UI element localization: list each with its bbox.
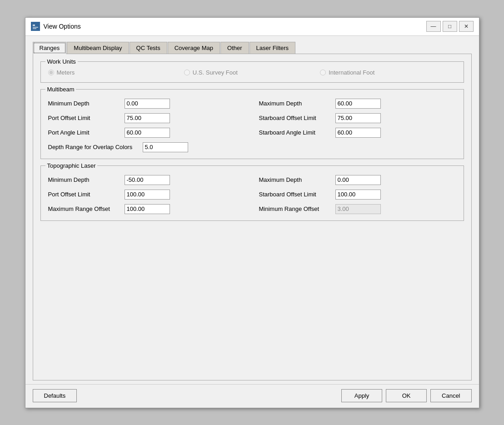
multibeam-port-angle-input[interactable] xyxy=(125,128,170,138)
multibeam-min-depth-input[interactable] xyxy=(125,99,170,109)
tab-laser-filters[interactable]: Laser Filters xyxy=(250,42,296,54)
multibeam-port-angle-row: Port Angle Limit xyxy=(48,128,245,138)
multibeam-starboard-angle-input[interactable] xyxy=(335,128,381,138)
radio-us-survey-foot-label: U.S. Survey Foot xyxy=(193,69,238,76)
multibeam-starboard-offset-input[interactable] xyxy=(335,113,381,123)
minimize-button[interactable]: — xyxy=(426,21,441,32)
topo-port-offset-label: Port Offset Limit xyxy=(48,191,121,198)
work-units-row: Meters U.S. Survey Foot International Fo… xyxy=(48,66,456,76)
multibeam-min-depth-label: Minimum Depth xyxy=(48,100,121,107)
multibeam-max-depth-label: Maximum Depth xyxy=(259,100,332,107)
topo-min-depth-label: Minimum Depth xyxy=(48,176,121,183)
bottom-bar-right: Apply OK Cancel xyxy=(341,389,471,402)
topo-starboard-offset-input[interactable] xyxy=(335,190,381,200)
multibeam-max-depth-input[interactable] xyxy=(335,99,381,109)
topo-max-depth-input[interactable] xyxy=(335,175,381,185)
topo-min-depth-row: Minimum Depth xyxy=(48,175,245,185)
radio-meters-input[interactable] xyxy=(48,70,54,75)
topo-min-range-label: Minimum Range Offset xyxy=(259,205,332,212)
topo-max-depth-label: Maximum Depth xyxy=(259,176,332,183)
window-controls: — □ ✕ xyxy=(426,21,474,32)
tab-multibeam-display[interactable]: Multibeam Display xyxy=(67,42,129,54)
defaults-button[interactable]: Defaults xyxy=(33,389,77,402)
multibeam-starboard-offset-row: Starboard Offset Limit xyxy=(259,113,456,123)
multibeam-depth-range-input[interactable] xyxy=(143,142,188,152)
tab-ranges[interactable]: Ranges xyxy=(33,42,67,54)
topographic-laser-legend: Topographic Laser xyxy=(45,162,98,169)
multibeam-port-offset-label: Port Offset Limit xyxy=(48,115,121,121)
window-title: View Options xyxy=(44,23,81,30)
topo-port-offset-row: Port Offset Limit xyxy=(48,190,245,200)
tab-other[interactable]: Other xyxy=(220,42,249,54)
main-window: View Options — □ ✕ Ranges Multibeam Disp… xyxy=(25,17,479,408)
title-bar: View Options — □ ✕ xyxy=(25,18,479,36)
multibeam-starboard-angle-label: Starboard Angle Limit xyxy=(259,129,332,136)
cancel-button[interactable]: Cancel xyxy=(430,389,471,402)
tab-coverage-map[interactable]: Coverage Map xyxy=(168,42,220,54)
multibeam-starboard-angle-row: Starboard Angle Limit xyxy=(259,128,456,138)
topo-min-range-row: Minimum Range Offset xyxy=(259,204,456,214)
multibeam-port-offset-row: Port Offset Limit xyxy=(48,113,245,123)
tab-qc-tests[interactable]: QC Tests xyxy=(130,42,167,54)
radio-us-survey-foot: U.S. Survey Foot xyxy=(184,69,320,76)
multibeam-empty-cell xyxy=(259,142,456,152)
multibeam-depth-range-label: Depth Range for Overlap Colors xyxy=(48,144,139,150)
maximize-button[interactable]: □ xyxy=(443,21,457,32)
topo-min-range-input[interactable] xyxy=(335,204,381,214)
svg-rect-3 xyxy=(33,28,36,29)
bottom-bar: Defaults Apply OK Cancel xyxy=(25,384,479,408)
tab-content-ranges: Work Units Meters U.S. Survey Foot Inter… xyxy=(33,54,472,380)
svg-rect-1 xyxy=(33,25,35,26)
multibeam-starboard-offset-label: Starboard Offset Limit xyxy=(259,115,332,121)
app-icon xyxy=(31,22,40,31)
topo-max-range-row: Maximum Range Offset xyxy=(48,204,245,214)
apply-button[interactable]: Apply xyxy=(341,389,382,402)
radio-international-foot-input[interactable] xyxy=(320,70,326,75)
topographic-laser-form: Minimum Depth Maximum Depth Port Offset … xyxy=(48,170,456,214)
content-area: Ranges Multibeam Display QC Tests Covera… xyxy=(25,36,479,384)
radio-international-foot: International Foot xyxy=(320,69,456,76)
svg-rect-2 xyxy=(33,27,38,28)
multibeam-depth-range-row: Depth Range for Overlap Colors xyxy=(48,142,245,152)
radio-meters-label: Meters xyxy=(57,69,75,76)
multibeam-legend: Multibeam xyxy=(45,86,76,93)
topo-starboard-offset-row: Starboard Offset Limit xyxy=(259,190,456,200)
work-units-legend: Work Units xyxy=(45,58,78,65)
multibeam-form: Minimum Depth Maximum Depth Port Offset … xyxy=(48,94,456,152)
work-units-group: Work Units Meters U.S. Survey Foot Inter… xyxy=(40,61,464,83)
radio-meters: Meters xyxy=(48,69,184,76)
topo-max-range-input[interactable] xyxy=(125,204,170,214)
multibeam-group: Multibeam Minimum Depth Maximum Depth Po… xyxy=(40,89,464,159)
multibeam-port-offset-input[interactable] xyxy=(125,113,170,123)
topographic-laser-group: Topographic Laser Minimum Depth Maximum … xyxy=(40,165,464,221)
topo-max-range-label: Maximum Range Offset xyxy=(48,205,121,212)
title-bar-left: View Options xyxy=(31,22,81,31)
topo-min-depth-input[interactable] xyxy=(125,175,170,185)
topo-max-depth-row: Maximum Depth xyxy=(259,175,456,185)
multibeam-port-angle-label: Port Angle Limit xyxy=(48,129,121,136)
close-button[interactable]: ✕ xyxy=(459,21,474,32)
multibeam-min-depth-row: Minimum Depth xyxy=(48,99,245,109)
radio-us-survey-foot-input[interactable] xyxy=(184,70,190,75)
topo-starboard-offset-label: Starboard Offset Limit xyxy=(259,191,332,198)
radio-international-foot-label: International Foot xyxy=(329,69,374,76)
multibeam-max-depth-row: Maximum Depth xyxy=(259,99,456,109)
tab-bar: Ranges Multibeam Display QC Tests Covera… xyxy=(33,41,472,54)
ok-button[interactable]: OK xyxy=(386,389,427,402)
topo-port-offset-input[interactable] xyxy=(125,190,170,200)
